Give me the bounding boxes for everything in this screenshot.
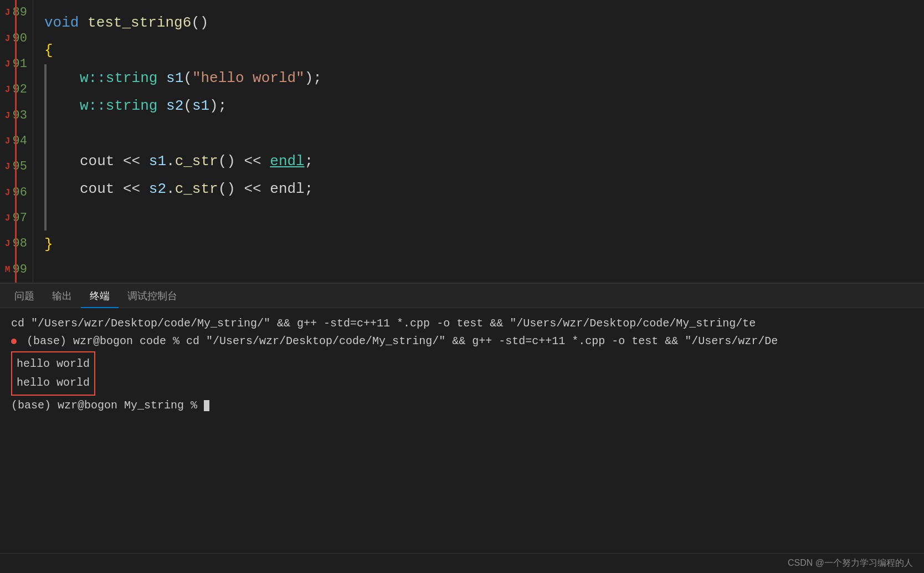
code-lines: void test_string6 () { w::string s1 ( "h… xyxy=(33,0,924,283)
footer-text: CSDN @一个努力学习编程的人 xyxy=(788,557,913,569)
gutter-mark: J xyxy=(5,34,11,44)
code-line-93: w::string s2 ( s1 ); xyxy=(44,92,924,120)
code-line-92: w::string s1 ( "hello world" ); xyxy=(44,64,924,92)
tab-output[interactable]: 输出 xyxy=(43,284,81,308)
terminal-cursor xyxy=(204,400,209,411)
keyword-void: void xyxy=(44,14,79,31)
endl-keyword-1: endl xyxy=(270,153,304,170)
code-line-97 xyxy=(44,203,924,231)
close-brace: } xyxy=(44,236,53,253)
code-line-99 xyxy=(44,258,924,267)
function-name: test_string6 xyxy=(88,14,191,31)
code-line-95: cout << s1 . c_str () << endl ; xyxy=(44,147,924,175)
gutter-mark: J xyxy=(5,136,11,146)
code-editor: J J J J J J J J J J M xyxy=(0,0,924,283)
terminal-prompt: (base) wzr@bogon My_string % xyxy=(11,397,913,415)
terminal-command-2: (base) wzr@bogon code % cd "/Users/wzr/D… xyxy=(11,332,913,350)
tab-terminal[interactable]: 终端 xyxy=(81,284,119,308)
tab-debug-console[interactable]: 调试控制台 xyxy=(119,284,186,308)
gutter-mark: J xyxy=(5,162,11,172)
tab-bar: 问题 输出 终端 调试控制台 xyxy=(0,284,924,308)
output-hello-world-1: hello world xyxy=(17,355,90,374)
output-hello-world-2: hello world xyxy=(17,374,90,392)
footer: CSDN @一个努力学习编程的人 xyxy=(0,553,924,573)
terminal-panel: 问题 输出 终端 调试控制台 cd "/Users/wzr/Desktop/co… xyxy=(0,284,924,553)
code-line-90: void test_string6 () xyxy=(44,9,924,37)
code-line-89 xyxy=(44,0,924,9)
gutter-mark: J xyxy=(5,59,11,69)
gutter-mark: J xyxy=(5,8,11,18)
output-highlight-box: hello world hello world xyxy=(11,351,95,396)
gutter-mark: J xyxy=(5,188,11,198)
terminal-content[interactable]: cd "/Users/wzr/Desktop/code/My_string/" … xyxy=(0,308,924,553)
gutter-mark: M xyxy=(5,265,11,275)
prompt-dot xyxy=(11,339,17,344)
tab-problems[interactable]: 问题 xyxy=(6,284,43,308)
code-line-91: { xyxy=(44,37,924,64)
gutter-mark: J xyxy=(5,85,11,95)
open-brace: { xyxy=(44,42,53,59)
left-gutter: J J J J J J J J J J M xyxy=(0,0,17,283)
code-line-94 xyxy=(44,120,924,147)
gutter-mark: J xyxy=(5,111,11,121)
gutter-mark: J xyxy=(5,239,11,249)
code-line-96: cout << s2 . c_str () << endl; xyxy=(44,175,924,203)
gutter-mark: J xyxy=(5,213,11,223)
code-line-98: } xyxy=(44,231,924,258)
terminal-command-1: cd "/Users/wzr/Desktop/code/My_string/" … xyxy=(11,315,913,332)
